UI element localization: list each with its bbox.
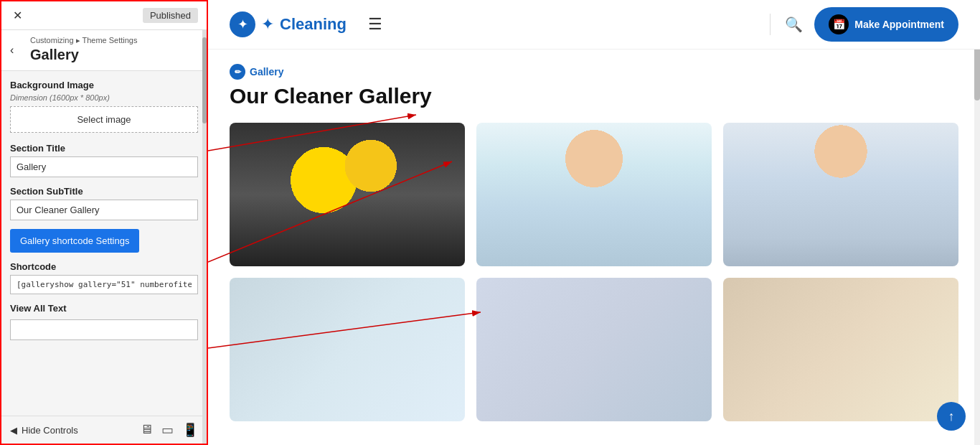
section-subtitle-input[interactable] (10, 200, 198, 220)
tablet-icon[interactable]: ▭ (161, 422, 174, 438)
close-button[interactable]: ✕ (10, 9, 24, 23)
gallery-item (723, 278, 958, 421)
main-preview: ✦ ✦ Cleaning ☰ 🔍 📅 Make Appointment ✏ Ga… (208, 0, 980, 445)
gallery-image-6 (723, 278, 958, 421)
shortcode-group: Shortcode (10, 261, 198, 294)
view-all-group: View All Text (10, 303, 198, 340)
view-all-input[interactable] (10, 319, 198, 340)
breadcrumb: Customizing ▸ Theme Settings (30, 36, 198, 45)
logo-area: ✦ ✦ Cleaning (230, 11, 347, 37)
gallery-item (723, 123, 958, 266)
gallery-item (230, 278, 465, 421)
gallery-grid (230, 123, 958, 421)
hide-controls-label: Hide Controls (22, 425, 78, 436)
top-bar: ✕ Published (1, 1, 207, 30)
gallery-title: Our Cleaner Gallery (230, 84, 958, 108)
nav-divider (770, 14, 771, 35)
back-arrow-icon[interactable]: ‹ (10, 44, 14, 57)
logo-text: Cleaning (280, 15, 347, 34)
gallery-item (230, 123, 465, 266)
customizer-panel: ✕ Published ‹ Customizing ▸ Theme Settin… (0, 0, 208, 445)
gallery-tag-label: Gallery (250, 66, 283, 78)
section-title-input[interactable] (10, 156, 198, 177)
section-subtitle-label: Section SubTitle (10, 186, 198, 197)
navbar: ✦ ✦ Cleaning ☰ 🔍 📅 Make Appointment (208, 0, 980, 50)
panel-title: Gallery (30, 47, 198, 63)
shortcode-label: Shortcode (10, 261, 198, 272)
shortcode-input[interactable] (10, 275, 198, 294)
gallery-image-1 (230, 123, 465, 266)
panel-header: ‹ Customizing ▸ Theme Settings Gallery (1, 30, 207, 71)
gallery-image-4 (230, 278, 465, 421)
gallery-image-5 (476, 278, 712, 421)
right-scroll-thumb (974, 43, 980, 100)
gallery-image-3 (723, 123, 958, 266)
dimension-label: Dimension (1600px * 800px) (10, 93, 198, 102)
appointment-btn-label: Make Appointment (854, 19, 944, 30)
section-subtitle-group: Section SubTitle (10, 186, 198, 220)
pencil-icon: ✏ (230, 64, 245, 80)
section-title-label: Section Title (10, 143, 198, 154)
panel-footer: ◀ Hide Controls 🖥 ▭ 📱 (1, 416, 207, 444)
gallery-section: ✏ Gallery Our Cleaner Gallery (208, 50, 980, 443)
chevron-left-icon: ◀ (10, 425, 17, 436)
search-icon[interactable]: 🔍 (785, 16, 803, 33)
right-scrollbar (974, 0, 980, 445)
gallery-item (476, 123, 712, 266)
bg-image-label: Background Image (10, 80, 198, 90)
gallery-item (476, 278, 712, 421)
scroll-to-top-button[interactable]: ↑ (937, 402, 966, 431)
logo-icon: ✦ (230, 11, 255, 37)
calendar-icon: 📅 (829, 14, 849, 34)
hamburger-icon[interactable]: ☰ (368, 15, 382, 34)
appointment-button[interactable]: 📅 Make Appointment (814, 7, 958, 42)
gallery-tag: ✏ Gallery (230, 64, 283, 80)
mobile-icon[interactable]: 📱 (182, 422, 198, 438)
logo-circle-icon: ✦ (237, 17, 248, 32)
hide-controls-button[interactable]: ◀ Hide Controls (10, 425, 78, 436)
view-all-label: View All Text (10, 303, 198, 314)
gallery-shortcode-settings-button[interactable]: Gallery shortcode Settings (10, 229, 139, 253)
footer-icons: 🖥 ▭ 📱 (140, 422, 198, 438)
select-image-button[interactable]: Select image (10, 106, 198, 133)
section-title-group: Section Title (10, 143, 198, 177)
published-badge: Published (143, 8, 198, 23)
scroll-indicator (202, 30, 207, 445)
desktop-icon[interactable]: 🖥 (140, 422, 153, 438)
panel-content: Background Image Dimension (1600px * 800… (1, 71, 207, 416)
logo-sparkle-icon: ✦ (261, 15, 274, 34)
gallery-image-2 (476, 123, 712, 266)
scroll-thumb (202, 37, 207, 123)
